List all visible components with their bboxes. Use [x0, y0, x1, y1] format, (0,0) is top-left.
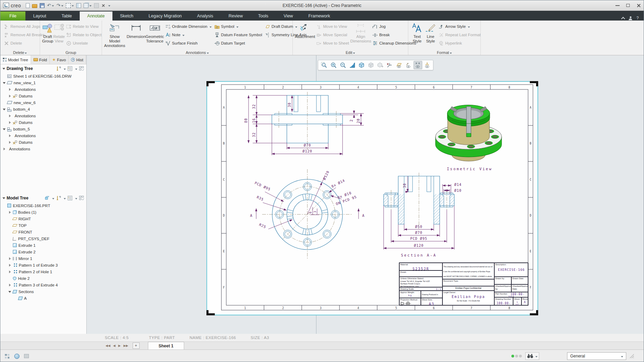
zoom-out-button[interactable] — [338, 61, 347, 69]
surface-finish-button[interactable]: 32 Surface Finish — [165, 39, 212, 47]
tree-item-annotations-root[interactable]: Annotations — [0, 145, 86, 152]
user-icon[interactable] — [629, 16, 632, 20]
tree-item-bottom-5[interactable]: bottom_5 — [0, 126, 86, 132]
ordinate-dimension-button[interactable]: 012 Ordinate Dimension — [165, 23, 212, 30]
part-filter-caret-icon[interactable] — [52, 198, 54, 200]
geometric-tolerance-button[interactable]: Geometric Tolerance — [146, 22, 164, 44]
sheet-1-tab[interactable]: Sheet 1 — [148, 342, 184, 349]
tree-item-top-plane[interactable]: TOP — [0, 222, 86, 229]
tree-filter-icon[interactable] — [79, 66, 84, 71]
tree-list-caret-icon[interactable] — [75, 69, 77, 71]
text-style-button[interactable]: Text Style — [410, 22, 424, 44]
tab-table[interactable]: Table — [54, 11, 80, 21]
navtab-folder-browser[interactable]: Fold — [31, 55, 50, 64]
customize-qat-button[interactable] — [108, 4, 110, 7]
datum-feature-symbol-button[interactable]: A Datum Feature Symbol — [214, 31, 262, 39]
tree-item-pattern-2[interactable]: Pattern 2 of Hole 1 — [0, 268, 86, 275]
plan-view[interactable]: A A PCD Ø95 R35 R25 Ø120 8x Ø14 8x Ø10 O… — [250, 169, 364, 260]
tree-item-annotations[interactable]: Annotations — [0, 86, 86, 93]
tree-item-right-plane[interactable]: RIGHT — [0, 215, 86, 222]
tree-filter-icon[interactable] — [79, 196, 84, 200]
last-sheet-button[interactable]: ▶▶ — [122, 342, 130, 349]
window-arrange-button[interactable] — [84, 3, 92, 8]
tree-toggle-button[interactable] — [3, 353, 11, 360]
plane-display-button[interactable] — [395, 61, 403, 69]
tree-item-sheet1[interactable]: Sheet 1 of EXERCISE-166.DRW — [0, 73, 86, 79]
tree-item-datums[interactable]: Datums — [0, 139, 86, 145]
drawing-sheet[interactable]: 12345678 12345678 ABCDEF ABCDEF — [206, 81, 538, 315]
isometric-view[interactable] — [435, 105, 502, 162]
add-sheet-button[interactable]: + — [133, 343, 140, 349]
group-label-annotations[interactable]: Annotations — [102, 50, 292, 55]
tab-tools[interactable]: Tools — [251, 11, 276, 21]
navtab-model-tree[interactable]: Model Tree — [0, 55, 31, 64]
zoom-region-button[interactable] — [320, 61, 328, 69]
tab-layout[interactable]: Layout — [25, 11, 54, 21]
tree-item-annotations[interactable]: Annotations — [0, 112, 86, 119]
datum-display-filters-button[interactable] — [385, 61, 394, 69]
saved-orientations-button[interactable] — [367, 61, 375, 69]
tree-list-caret-icon[interactable] — [75, 198, 77, 200]
tab-legacy-migration[interactable]: Legacy Migration — [141, 11, 189, 21]
draft-group-button[interactable]: Draft Group — [42, 22, 53, 44]
tree-item-mirror-1[interactable]: Mirror 1 — [0, 255, 86, 262]
tab-sketch[interactable]: Sketch — [112, 11, 141, 21]
selection-caret-icon[interactable] — [72, 5, 74, 8]
symbol-button[interactable]: Symbol — [214, 23, 262, 30]
attachment-button[interactable]: Attachment — [295, 22, 315, 39]
first-sheet-button[interactable]: ◀◀ — [104, 342, 112, 349]
find-caret-icon[interactable] — [535, 356, 537, 359]
tab-file[interactable]: File — [0, 11, 25, 21]
ordinate-caret-icon[interactable] — [210, 26, 212, 29]
tree-item-csys[interactable]: PRT_CSYS_DEF — [0, 235, 86, 242]
panel-toggle-button[interactable] — [23, 353, 30, 360]
tree-item-annotations[interactable]: Annotations — [0, 132, 86, 139]
part-filter-icon[interactable] — [45, 196, 50, 200]
help-icon[interactable]: ? — [636, 16, 639, 21]
tree-tools-caret-icon[interactable] — [64, 69, 66, 71]
group-label-delete[interactable]: Delete — [0, 50, 40, 55]
tree-item-new-view-6[interactable]: new_view_6 — [0, 99, 86, 106]
view-manager-button[interactable] — [376, 61, 385, 69]
show-model-annotations-button[interactable]: Show Model Annotations — [104, 22, 125, 48]
tree-item-datums[interactable]: Datums — [0, 119, 86, 126]
selection-filter-dropdown[interactable]: General — [567, 352, 626, 360]
navtab-history[interactable]: Hist — [69, 55, 86, 64]
close-button[interactable] — [633, 0, 644, 10]
tree-item-part[interactable]: EXERCISE-166.PRT — [0, 202, 86, 209]
window-caret-icon[interactable] — [89, 5, 92, 8]
tree-list-icon[interactable] — [68, 66, 73, 71]
find-button[interactable] — [525, 352, 539, 360]
tree-item-hole-2[interactable]: Hole 2 — [0, 275, 86, 282]
tab-analysis[interactable]: Analysis — [189, 11, 221, 21]
prev-sheet-button[interactable]: ◀ — [112, 342, 117, 349]
tree-item-bodies[interactable]: Bodies (1) — [0, 209, 86, 215]
minimize-ribbon-icon[interactable] — [621, 17, 625, 21]
new-file-button[interactable] — [26, 3, 30, 8]
tree-item-front-plane[interactable]: FRONT — [0, 229, 86, 235]
tree-tools-icon[interactable] — [56, 196, 61, 200]
tree-item-extrude-2[interactable]: Extrude 2 — [0, 249, 86, 255]
repaint-button[interactable] — [348, 61, 356, 69]
close-window-button[interactable] — [101, 3, 105, 7]
dimension-button[interactable]: Dimension — [127, 22, 146, 39]
selection-filter-button[interactable] — [66, 3, 74, 8]
axis-display-button[interactable] — [404, 61, 413, 69]
regenerate-button[interactable] — [76, 3, 81, 8]
line-style-button[interactable]: Line Style — [424, 22, 438, 44]
tree-item-datums[interactable]: Datums — [0, 93, 86, 99]
arrow-style-button[interactable]: Arrow Style — [439, 23, 477, 30]
group-label-format[interactable]: Format — [408, 50, 480, 55]
tree-item-pattern-1[interactable]: Pattern 1 of Extrude 3 — [0, 262, 86, 268]
tab-view[interactable]: View — [276, 11, 301, 21]
undo-caret-icon[interactable] — [52, 5, 54, 8]
tree-item-sections[interactable]: Sections — [0, 288, 86, 295]
group-label-edit[interactable]: Edit — [293, 50, 408, 55]
tree-list-icon[interactable] — [68, 196, 73, 200]
next-sheet-button[interactable]: ▶ — [117, 342, 122, 349]
save-button[interactable] — [40, 3, 45, 8]
section-view[interactable]: 30 Ø14 Ø10 Ø50 Ø70 PCD Ø95 Ø120 Section … — [384, 173, 462, 257]
collapse-model-tree-icon[interactable] — [2, 197, 5, 200]
datum-target-button[interactable]: A Datum Target — [214, 39, 262, 47]
tree-tools-caret-icon[interactable] — [64, 198, 66, 200]
